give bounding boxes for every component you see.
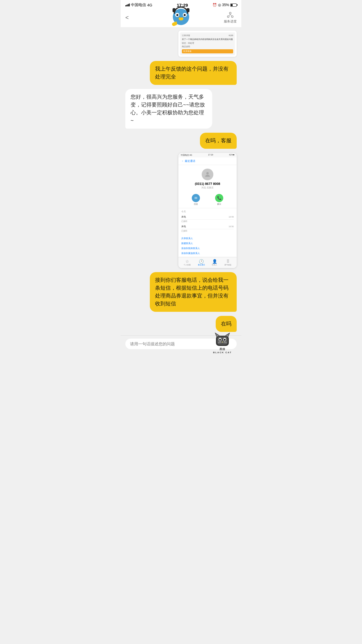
status-left: 中国电信 4G	[125, 2, 152, 8]
add-existing-link[interactable]: 添加到现有联系人	[181, 246, 234, 251]
service-icon	[227, 12, 234, 19]
chat-area: 订单详情 ¥199 买了一个商品券相关内容说明购买后生效关系到退款问题 状态：待…	[121, 27, 241, 335]
black-cat-text-label: BLACK CAT	[213, 351, 232, 354]
location-icon: ◎	[218, 3, 221, 7]
message-row-bot-1: 您好，很高兴为您服务，天气多变，记得要照顾好自己~~请您放心。小美一定积极协助为…	[125, 89, 237, 129]
black-cat-icon	[214, 331, 231, 347]
share-contact-link[interactable]: 共享联系人	[181, 236, 234, 241]
add-emergency-link[interactable]: 添加到紧急联系人	[181, 251, 234, 256]
svg-point-5	[206, 172, 209, 174]
svg-line-4	[230, 14, 231, 16]
signal-icon	[125, 4, 130, 6]
network-label: 4G	[147, 3, 152, 7]
user-bubble-1: 我上午反馈的这个问题，并没有处理完全	[150, 61, 237, 85]
svg-point-2	[231, 16, 233, 18]
screenshot-preview-bubble: 订单详情 ¥199 买了一个商品券相关内容说明购买后生效关系到退款问题 状态：待…	[178, 31, 237, 57]
message-action-btn[interactable]: ✉ 信息	[192, 194, 200, 206]
svg-point-15	[224, 339, 226, 341]
svg-point-14	[219, 339, 221, 341]
back-button[interactable]: <	[125, 14, 134, 21]
message-row-user-3: 接到你们客服电话，说会给我一条短信，根据短信上的电话号码处理商品券退款事宜，但并…	[125, 272, 237, 312]
new-contact-link[interactable]: 新建联系人	[181, 241, 234, 246]
message-row-user-1: 我上午反馈的这个问题，并没有处理完全	[125, 61, 237, 85]
status-right: ⏰ ◎ 35%	[212, 3, 237, 7]
bot-bubble-1: 您好，很高兴为您服务，天气多变，记得要照顾好自己~~请您放心。小美一定积极协助为…	[125, 89, 212, 129]
black-cat-logo: 黑猫 BLACK CAT	[203, 326, 241, 355]
message-screenshot-preview: 订单详情 ¥199 买了一个商品券相关内容说明购买后生效关系到退款问题 状态：待…	[125, 31, 237, 57]
message-row-phone-screenshot: 中国电信 4G 17:19 41%■ ﹤ 最近通话 (0311) 8677 80…	[125, 153, 237, 268]
battery-label: 35%	[222, 3, 229, 7]
call-action-btn[interactable]: 📞 拨出	[215, 194, 223, 206]
service-progress-label: 服务进度	[224, 19, 237, 24]
user-bubble-3: 接到你们客服电话，说会给我一条短信，根据短信上的电话号码处理商品券退款事宜，但并…	[150, 272, 237, 312]
battery-icon	[230, 4, 237, 7]
phone-screenshot-bubble: 中国电信 4G 17:19 41%■ ﹤ 最近通话 (0311) 8677 80…	[178, 153, 237, 268]
message-row-user-2: 在吗，客服	[125, 133, 237, 149]
alarm-icon: ⏰	[212, 3, 217, 7]
header: <	[121, 9, 241, 27]
bottom-bar: 黑猫 BLACK CAT	[121, 335, 241, 355]
screenshot-action-btn: 联系客服	[182, 49, 233, 53]
carrier-label: 中国电信	[131, 2, 146, 8]
svg-point-1	[227, 16, 229, 18]
phone-location-label: 河北 石家庄	[201, 186, 214, 189]
svg-point-0	[229, 12, 231, 14]
user-bubble-2: 在吗，客服	[200, 133, 237, 149]
phone-number-label: (0311) 8677 8008	[195, 182, 220, 186]
svg-line-3	[229, 14, 230, 16]
bot-avatar	[172, 6, 190, 26]
svg-rect-11	[217, 337, 228, 345]
service-progress-button[interactable]: 服务进度	[224, 12, 237, 24]
